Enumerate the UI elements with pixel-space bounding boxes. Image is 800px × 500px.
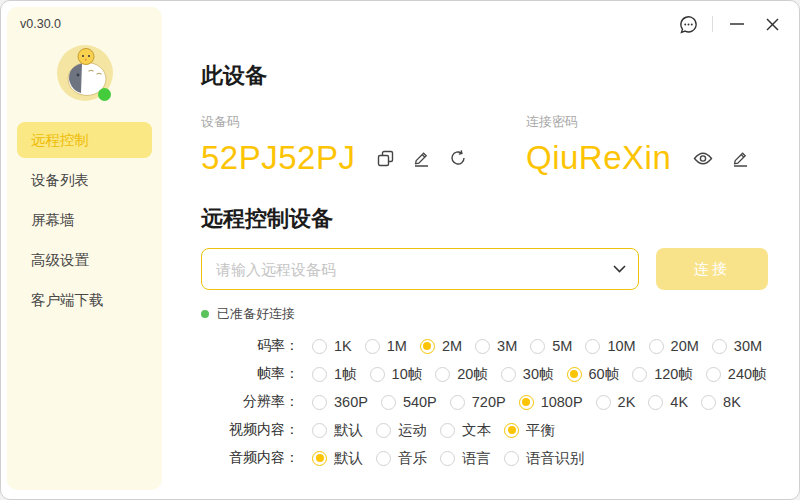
status-text: 已准备好连接 (217, 305, 295, 323)
radio-option-bitrate[interactable]: 1K (312, 338, 352, 354)
radio-option-label: 默认 (334, 449, 363, 468)
radio-icon (450, 395, 465, 410)
app-window: v0.30.0 远程控制设备列表屏幕墙高级设置客户端下载 (0, 0, 800, 500)
edit-icon[interactable] (413, 150, 430, 167)
radio-option-resolution[interactable]: 360P (312, 394, 368, 410)
radio-option-label: 默认 (334, 421, 363, 440)
radio-option-bitrate[interactable]: 5M (530, 338, 572, 354)
remote-device-code-input[interactable] (201, 248, 639, 290)
setting-row-video-content: 视频内容：默认运动文本平衡 (201, 420, 771, 440)
radio-option-audio-content[interactable]: 语言 (440, 449, 491, 468)
radio-icon (501, 367, 516, 382)
radio-icon (376, 423, 391, 438)
radio-option-video-content[interactable]: 运动 (376, 421, 427, 440)
radio-option-label: 5M (552, 338, 572, 354)
setting-row-label: 码率： (201, 337, 299, 355)
eye-icon[interactable] (693, 151, 713, 166)
radio-option-framerate[interactable]: 1帧 (312, 365, 357, 384)
sidebar: v0.30.0 远程控制设备列表屏幕墙高级设置客户端下载 (7, 7, 162, 490)
radio-option-framerate[interactable]: 20帧 (435, 365, 488, 384)
this-device-title: 此设备 (201, 61, 771, 91)
sidebar-item-screen-wall[interactable]: 屏幕墙 (17, 202, 152, 238)
radio-option-video-content[interactable]: 平衡 (504, 421, 555, 440)
sidebar-item-advanced-settings[interactable]: 高级设置 (17, 242, 152, 278)
setting-row-label: 分辨率： (201, 393, 299, 411)
radio-icon (649, 339, 664, 354)
radio-option-framerate[interactable]: 30帧 (501, 365, 554, 384)
radio-option-framerate[interactable]: 120帧 (632, 365, 693, 384)
radio-option-label: 240帧 (728, 365, 767, 384)
radio-icon (648, 395, 663, 410)
radio-option-resolution[interactable]: 8K (701, 394, 741, 410)
password-block: 连接密码 QiuReXin (526, 113, 771, 178)
refresh-icon[interactable] (449, 149, 467, 167)
password-value: QiuReXin (526, 138, 671, 178)
radio-option-bitrate[interactable]: 2M (420, 338, 462, 354)
remote-control-title: 远程控制设备 (201, 204, 771, 234)
radio-icon (530, 339, 545, 354)
radio-option-bitrate[interactable]: 30M (712, 338, 762, 354)
radio-option-resolution[interactable]: 4K (648, 394, 688, 410)
radio-icon (475, 339, 490, 354)
radio-option-label: 1K (334, 338, 352, 354)
radio-option-label: 10帧 (392, 365, 423, 384)
radio-icon (312, 395, 327, 410)
radio-option-label: 1080P (541, 394, 583, 410)
setting-row-label: 视频内容： (201, 421, 299, 439)
chevron-down-icon[interactable] (613, 265, 626, 273)
radio-selected-icon (567, 367, 582, 382)
radio-icon (376, 451, 391, 466)
avatar[interactable] (56, 44, 114, 102)
radio-icon (370, 367, 385, 382)
radio-option-bitrate[interactable]: 3M (475, 338, 517, 354)
radio-icon (706, 367, 721, 382)
radio-option-framerate[interactable]: 10帧 (370, 365, 423, 384)
setting-row-label: 帧率： (201, 365, 299, 383)
password-label: 连接密码 (526, 113, 771, 131)
radio-icon (365, 339, 380, 354)
setting-row-bitrate: 码率：1K1M2M3M5M10M20M30M (201, 336, 771, 356)
radio-option-label: 2K (618, 394, 636, 410)
setting-row-resolution: 分辨率：360P540P720P1080P2K4K8K (201, 392, 771, 412)
radio-option-audio-content[interactable]: 音乐 (376, 449, 427, 468)
radio-option-label: 720P (472, 394, 506, 410)
radio-option-label: 8K (723, 394, 741, 410)
setting-row-audio-content: 音频内容：默认音乐语言语音识别 (201, 448, 771, 468)
radio-option-bitrate[interactable]: 1M (365, 338, 407, 354)
device-code-block: 设备码 52PJ52PJ (201, 113, 526, 178)
connect-button[interactable]: 连接 (656, 248, 768, 290)
radio-selected-icon (312, 451, 327, 466)
radio-option-video-content[interactable]: 文本 (440, 421, 491, 440)
radio-option-bitrate[interactable]: 10M (585, 338, 635, 354)
sidebar-item-remote-control[interactable]: 远程控制 (17, 122, 152, 158)
radio-option-label: 120帧 (654, 365, 693, 384)
radio-icon (312, 423, 327, 438)
radio-option-resolution[interactable]: 1080P (519, 394, 583, 410)
radio-option-label: 20帧 (457, 365, 488, 384)
setting-row-framerate: 帧率：1帧10帧20帧30帧60帧120帧240帧 (201, 364, 771, 384)
radio-option-audio-content[interactable]: 语音识别 (504, 449, 584, 468)
radio-option-resolution[interactable]: 2K (596, 394, 636, 410)
radio-option-label: 60帧 (589, 365, 620, 384)
device-code-label: 设备码 (201, 113, 526, 131)
radio-icon (632, 367, 647, 382)
sidebar-menu: 远程控制设备列表屏幕墙高级设置客户端下载 (7, 122, 162, 318)
radio-option-resolution[interactable]: 720P (450, 394, 506, 410)
radio-option-resolution[interactable]: 540P (381, 394, 437, 410)
radio-icon (435, 367, 450, 382)
radio-icon (701, 395, 716, 410)
radio-option-label: 文本 (462, 421, 491, 440)
copy-icon[interactable] (377, 150, 394, 167)
radio-option-audio-content[interactable]: 默认 (312, 449, 363, 468)
edit-icon[interactable] (732, 150, 749, 167)
connection-status: 已准备好连接 (201, 305, 771, 323)
radio-selected-icon (420, 339, 435, 354)
sidebar-item-device-list[interactable]: 设备列表 (17, 162, 152, 198)
radio-option-label: 1帧 (334, 365, 357, 384)
radio-option-framerate[interactable]: 60帧 (567, 365, 620, 384)
status-dot-icon (201, 310, 209, 318)
radio-option-video-content[interactable]: 默认 (312, 421, 363, 440)
sidebar-item-client-download[interactable]: 客户端下载 (17, 282, 152, 318)
radio-option-framerate[interactable]: 240帧 (706, 365, 767, 384)
radio-option-bitrate[interactable]: 20M (649, 338, 699, 354)
